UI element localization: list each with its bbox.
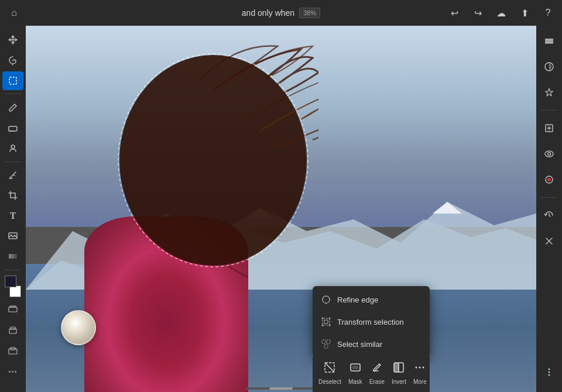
foreground-color-swatch[interactable]: [5, 276, 16, 287]
svg-rect-5: [9, 254, 17, 259]
more-button[interactable]: More: [410, 359, 430, 387]
help-icon[interactable]: ?: [541, 6, 555, 20]
tool-stack-2[interactable]: [2, 319, 23, 341]
tool-eyedropper[interactable]: [2, 166, 23, 185]
tool-selection[interactable]: [2, 71, 23, 91]
more-tools[interactable]: •••: [2, 298, 23, 383]
svg-point-19: [329, 325, 331, 326]
svg-point-17: [329, 318, 331, 319]
add-layer-button[interactable]: [539, 118, 560, 139]
svg-rect-7: [10, 306, 16, 307]
redo-icon[interactable]: ↪: [471, 6, 485, 20]
tool-stack-1[interactable]: [2, 298, 23, 319]
tool-stack-3[interactable]: [2, 341, 23, 362]
topbar-center: and only when 38%: [242, 8, 320, 18]
topbar-left: ⌂: [7, 6, 21, 20]
erase-icon: [371, 362, 383, 376]
tool-move[interactable]: [2, 30, 23, 50]
right-separator-2: [541, 197, 557, 198]
document-title: and only when: [242, 8, 294, 18]
svg-point-18: [322, 325, 324, 326]
record-button[interactable]: [539, 169, 560, 190]
svg-point-2: [11, 145, 15, 149]
tool-type[interactable]: T: [2, 206, 23, 225]
svg-point-16: [322, 318, 324, 319]
svg-point-40: [545, 151, 553, 157]
svg-point-44: [549, 369, 550, 370]
svg-rect-14: [323, 318, 330, 325]
transform-selection-icon: [321, 317, 331, 327]
erase-button[interactable]: Erase: [366, 359, 388, 387]
home-icon[interactable]: ⌂: [7, 6, 21, 20]
more-label: More: [413, 379, 427, 385]
tool-stamp[interactable]: [2, 139, 23, 158]
share-icon[interactable]: ⬆: [518, 6, 532, 20]
svg-rect-9: [11, 327, 15, 329]
left-toolbar: T •••: [0, 26, 26, 392]
refine-edge-icon: [321, 294, 331, 305]
svg-rect-35: [545, 42, 553, 44]
color-picker-preview: [61, 310, 96, 345]
mask-button[interactable]: Mask: [345, 359, 366, 387]
svg-rect-26: [352, 366, 358, 369]
svg-rect-15: [324, 320, 328, 324]
right-toolbar: [536, 26, 562, 392]
svg-rect-34: [545, 40, 553, 42]
topbar-right: ↩ ↪ ☁ ⬆ ?: [447, 6, 555, 20]
adjustments-panel-button[interactable]: [539, 56, 560, 77]
deselect-button[interactable]: Deselect: [315, 359, 345, 387]
mask-label: Mask: [348, 379, 362, 385]
context-menu-refine-edge[interactable]: Refine edge: [313, 288, 430, 311]
tool-more-dots[interactable]: •••: [2, 362, 23, 383]
invert-label: Invert: [392, 379, 406, 385]
select-similar-label: Select similar: [337, 340, 382, 349]
deselect-icon: [324, 362, 335, 376]
zoom-level[interactable]: 38%: [299, 8, 320, 18]
bottom-toolbar: Deselect Mask Erase Invert More: [313, 355, 430, 392]
top-bar: ⌂ and only when 38% ↩ ↪ ☁ ⬆ ?: [0, 0, 562, 26]
deselect-label: Deselect: [318, 379, 341, 385]
visibility-button[interactable]: [539, 143, 560, 164]
effects-panel-button[interactable]: [539, 82, 560, 103]
context-menu-select-similar[interactable]: Select similar: [313, 333, 430, 355]
invert-icon: [393, 362, 405, 376]
svg-rect-10: [9, 349, 17, 354]
right-more-button[interactable]: [539, 362, 560, 383]
svg-rect-21: [327, 340, 330, 343]
tool-crop[interactable]: [2, 185, 23, 205]
svg-point-41: [548, 153, 551, 156]
erase-layer-button[interactable]: [539, 231, 560, 252]
tool-eraser[interactable]: [2, 118, 23, 137]
scroll-indicator[interactable]: [246, 387, 316, 390]
svg-point-30: [416, 367, 417, 369]
toolbar-separator-3: [5, 270, 21, 270]
refine-edge-label: Refine edge: [337, 295, 378, 304]
layers-panel-button[interactable]: [539, 30, 560, 51]
invert-button[interactable]: Invert: [388, 359, 410, 387]
svg-point-12: [119, 55, 307, 266]
svg-line-24: [325, 363, 334, 372]
tool-image[interactable]: [2, 226, 23, 246]
svg-rect-0: [9, 77, 16, 84]
toolbar-separator-1: [5, 94, 21, 94]
transform-selection-label: Transform selection: [337, 318, 404, 326]
svg-rect-6: [9, 307, 17, 312]
svg-rect-1: [9, 126, 17, 131]
hair-main: [96, 43, 318, 336]
tool-gradient[interactable]: [2, 247, 23, 266]
scroll-thumb[interactable]: [269, 387, 293, 390]
color-swatches[interactable]: [2, 276, 23, 297]
tool-lasso[interactable]: [2, 51, 23, 70]
tool-brush[interactable]: [2, 98, 23, 117]
history-button[interactable]: [539, 205, 560, 226]
svg-point-31: [419, 367, 421, 369]
context-menu-transform-selection[interactable]: Transform selection: [313, 311, 430, 333]
cloud-icon[interactable]: ☁: [494, 6, 508, 20]
canvas-area[interactable]: Refine edge Transform selection Select s…: [26, 26, 536, 392]
mask-icon: [349, 362, 361, 376]
undo-icon[interactable]: ↩: [447, 6, 461, 20]
select-similar-icon: [321, 339, 331, 349]
svg-rect-28: [394, 363, 399, 372]
svg-point-4: [11, 235, 12, 236]
more-icon: [414, 362, 426, 376]
